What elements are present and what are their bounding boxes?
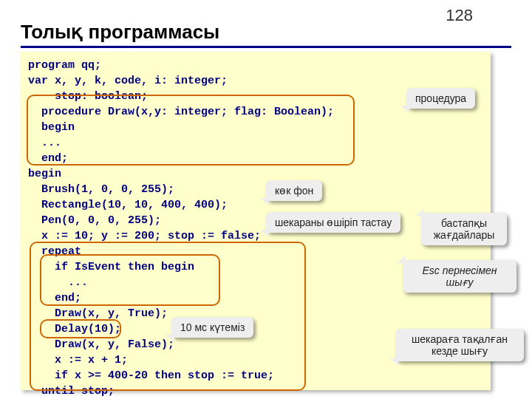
callout-blue-bg: көк фон xyxy=(266,180,322,201)
callout-text: көк фон xyxy=(275,185,313,197)
callout-text: кезде шығу xyxy=(404,345,515,357)
callout-initial-conditions: бастапқы жағдайлары xyxy=(421,213,507,245)
callout-text: шекараны өшіріп тастау xyxy=(275,216,392,228)
code-line: Draw(x, y, True); xyxy=(28,306,483,321)
code-line: ... xyxy=(28,135,483,151)
code-line: Brush(1, 0, 0, 255); xyxy=(28,182,483,197)
callout-wait-10ms: 10 мс күтеміз xyxy=(171,317,253,338)
title-underline xyxy=(21,46,511,48)
callout-text: жағдайлары xyxy=(430,229,498,241)
callout-procedure: процедура xyxy=(406,88,475,109)
code-line: end; xyxy=(28,151,483,166)
callout-erase-border: шекараны өшіріп тастау xyxy=(266,212,400,233)
code-line: var x, y, k, code, i: integer; xyxy=(28,73,483,89)
callout-text: шекараға тақалған xyxy=(404,333,515,345)
code-line: program qq; xyxy=(28,58,483,73)
callout-text: шығу xyxy=(412,276,508,288)
code-line: begin xyxy=(28,120,483,135)
code-line: x := 10; y := 200; stop := false; xyxy=(28,228,483,244)
page-number: 128 xyxy=(446,6,473,25)
callout-text: процедура xyxy=(415,92,466,104)
code-line: if x >= 400-20 then stop := true; xyxy=(28,368,483,383)
page-title: Толық программасы xyxy=(21,21,219,44)
code-line: repeat xyxy=(28,244,483,259)
callout-text: Esc пернесімен xyxy=(412,265,508,276)
code-line: begin xyxy=(28,166,483,182)
callout-text: 10 мс күтеміз xyxy=(180,321,245,333)
callout-esc-exit: Esc пернесімен шығу xyxy=(403,260,516,293)
code-line: until stop; xyxy=(28,383,483,399)
callout-border-stuck: шекараға тақалған кезде шығу xyxy=(395,329,524,361)
code-line: end; xyxy=(28,290,483,306)
callout-text: бастапқы xyxy=(430,217,498,229)
